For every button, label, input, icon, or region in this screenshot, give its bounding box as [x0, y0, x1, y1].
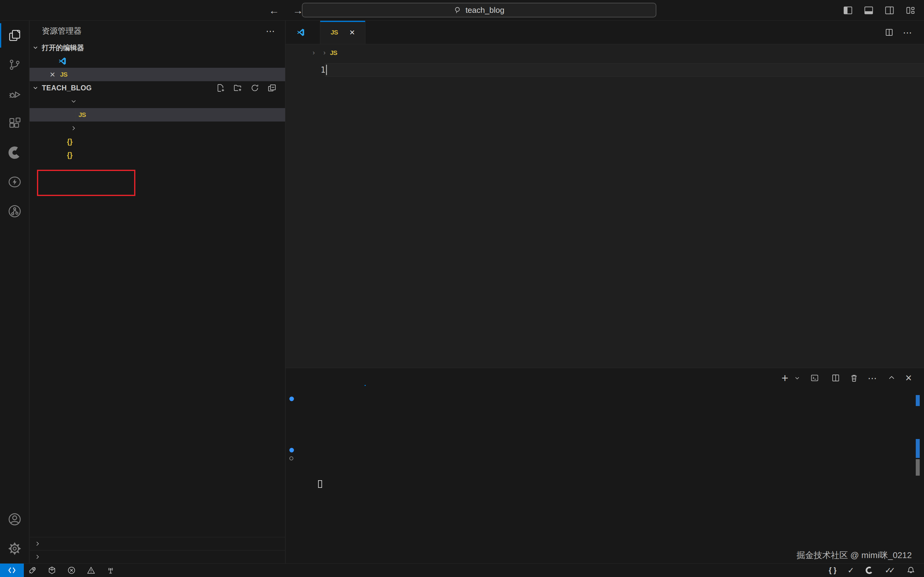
panel-tab-问题[interactable]	[299, 368, 314, 388]
terminal-shell-badge[interactable]	[810, 374, 822, 382]
remote-icon	[7, 566, 16, 575]
command-decoration-filled[interactable]	[289, 396, 294, 401]
open-editor-item[interactable]: × JS	[30, 68, 285, 81]
annotation-red-box	[37, 170, 136, 196]
lightning-icon	[8, 175, 21, 189]
terminal-line	[286, 420, 924, 429]
open-editor-item[interactable]	[30, 54, 285, 68]
terminal-scrollbar-thumb[interactable]	[916, 459, 920, 475]
panel-tab-终端[interactable]	[358, 368, 373, 388]
status-launchpad[interactable]	[24, 564, 44, 577]
source-control-icon	[8, 58, 21, 71]
activitybar-account[interactable]	[0, 504, 29, 534]
split-editor-icon[interactable]	[885, 28, 894, 37]
status-encoding[interactable]	[807, 564, 816, 577]
file-type-icon: JS	[60, 71, 68, 78]
terminal-line	[286, 403, 924, 411]
sidebar-more-actions-icon[interactable]: ⋯	[266, 26, 276, 36]
remote-indicator[interactable]	[0, 564, 24, 577]
status-prettier[interactable]: ✓✓	[880, 564, 902, 577]
refresh-icon[interactable]	[250, 83, 259, 92]
debug-icon	[8, 87, 21, 101]
double-check-icon: ✓✓	[885, 566, 895, 575]
panel-tab-输出[interactable]	[314, 368, 328, 388]
gear-icon	[8, 542, 22, 556]
status-ports[interactable]	[102, 564, 122, 577]
terminal-output[interactable]	[286, 395, 924, 463]
title-bar: ← → teach_blog	[0, 0, 924, 21]
open-editors-header[interactable]: 打开的编辑器	[30, 41, 285, 54]
panel-tab-调试控制台[interactable]	[328, 368, 343, 388]
terminal-cursor	[318, 480, 322, 488]
status-indentation[interactable]	[799, 564, 807, 577]
activitybar-settings[interactable]	[0, 534, 29, 563]
new-file-icon[interactable]	[216, 83, 225, 92]
command-decoration-filled[interactable]	[289, 448, 294, 453]
close-icon[interactable]: ×	[350, 27, 355, 37]
status-problems-errors[interactable]	[63, 564, 82, 577]
code-line-1[interactable]: 1	[286, 63, 924, 77]
search-value: teach_blog	[465, 5, 504, 15]
sidebar-section-timeline[interactable]	[30, 550, 285, 563]
tree-item[interactable]	[30, 121, 285, 135]
terminal-picker-icon[interactable]	[793, 374, 801, 382]
comate-icon	[8, 146, 21, 160]
activitybar-lightning[interactable]	[0, 167, 29, 197]
tree-item[interactable]: JS	[30, 108, 285, 121]
nav-back-icon[interactable]: ←	[269, 5, 279, 16]
status-problems-warnings[interactable]	[82, 564, 102, 577]
status-cursor-position[interactable]	[790, 564, 799, 577]
new-terminal-icon[interactable]: +	[782, 372, 788, 384]
editor-more-actions-icon[interactable]: ⋯	[903, 27, 913, 38]
activitybar-comate[interactable]	[0, 138, 29, 167]
sidebar-title: 资源管理器	[42, 26, 82, 36]
activitybar-source-control[interactable]	[0, 50, 29, 79]
activitybar-share[interactable]	[0, 197, 29, 226]
check-icon: ✓	[848, 566, 855, 575]
status-spell-checker[interactable]: ✓	[843, 564, 861, 577]
box-icon	[48, 566, 56, 575]
activitybar-extensions[interactable]	[0, 109, 29, 138]
activitybar-explorer[interactable]	[0, 21, 29, 50]
close-icon[interactable]: ×	[50, 69, 55, 80]
close-panel-icon[interactable]: ×	[905, 372, 912, 384]
search-icon	[454, 6, 462, 14]
file-type-icon: JS	[330, 49, 337, 56]
kill-terminal-icon[interactable]	[850, 373, 859, 382]
tree-item[interactable]: {}	[30, 148, 285, 162]
nav-forward-icon[interactable]: →	[293, 5, 303, 16]
chevron-down-icon	[70, 98, 77, 105]
collapse-all-icon[interactable]	[267, 83, 276, 92]
tree-item[interactable]: {}	[30, 135, 285, 148]
status-language-mode[interactable]: { }	[824, 564, 843, 577]
command-decoration-hollow[interactable]	[289, 456, 293, 460]
activitybar-run-debug[interactable]	[0, 79, 29, 109]
editor-tab-config.js[interactable]: JS ×	[320, 21, 365, 44]
new-folder-icon[interactable]	[233, 83, 242, 92]
panel-more-actions-icon[interactable]: ⋯	[868, 373, 878, 384]
toggle-panel-icon[interactable]	[864, 5, 874, 16]
files-icon	[8, 29, 21, 42]
editor-tab-欢迎[interactable]	[286, 21, 320, 44]
customize-layout-icon[interactable]	[905, 5, 916, 16]
maximize-panel-icon[interactable]	[887, 373, 896, 382]
tree-item[interactable]	[30, 95, 285, 108]
terminal-line	[286, 437, 924, 446]
project-root-header[interactable]: TEACH_BLOG	[30, 81, 285, 95]
file-type-icon: JS	[79, 111, 86, 118]
terminal-icon	[810, 374, 819, 382]
command-center-search[interactable]: teach_blog	[302, 3, 656, 18]
sidebar-section-outline[interactable]	[30, 537, 285, 550]
status-wenxin-kuaima[interactable]	[861, 564, 880, 577]
editor-group: JS × ⋯ › › JS 1	[286, 21, 924, 368]
toggle-primary-sidebar-icon[interactable]	[843, 5, 853, 16]
warning-icon	[87, 566, 95, 575]
fork-circle-icon	[8, 205, 21, 218]
status-notifications[interactable]	[902, 564, 920, 577]
toggle-secondary-sidebar-icon[interactable]	[884, 5, 895, 16]
split-terminal-icon[interactable]	[831, 373, 840, 382]
panel-tab-搜索[interactable]	[373, 368, 387, 388]
panel-tab-端口[interactable]	[343, 368, 358, 388]
status-build-status[interactable]	[44, 564, 63, 577]
status-eol[interactable]	[816, 564, 824, 577]
